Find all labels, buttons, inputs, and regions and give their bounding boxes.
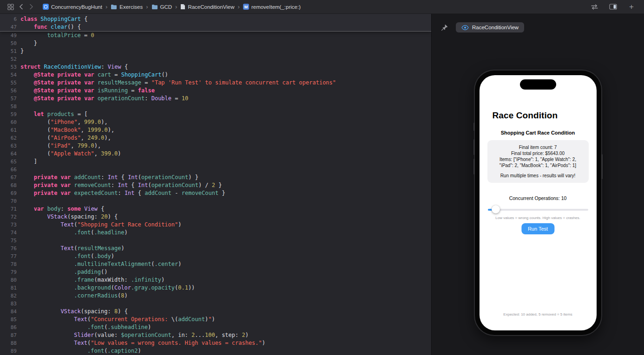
line-number[interactable]: 78	[0, 260, 17, 268]
code-review-icon[interactable]	[589, 2, 599, 12]
line-number[interactable]: 54	[0, 71, 17, 79]
code-line[interactable]: 52	[0, 55, 431, 63]
line-number[interactable]: 69	[0, 189, 17, 197]
code-line[interactable]: 6class ShoppingCart {	[0, 15, 431, 23]
code-line[interactable]: 66	[0, 166, 431, 174]
code-line[interactable]: 83	[0, 300, 431, 308]
line-number[interactable]: 80	[0, 276, 17, 284]
back-icon[interactable]	[16, 2, 26, 12]
line-number[interactable]: 72	[0, 213, 17, 221]
pin-icon[interactable]	[439, 22, 449, 32]
breadcrumb-item-removeitem-price[interactable]: MremoveItem(_:price:)	[243, 4, 301, 10]
line-number[interactable]: 87	[0, 331, 17, 339]
code-line[interactable]: 59let products = [	[0, 110, 431, 118]
line-number[interactable]: 64	[0, 150, 17, 158]
code-line[interactable]: 77.font(.body)	[0, 252, 431, 260]
code-line[interactable]: 80.frame(maxWidth: .infinity)	[0, 276, 431, 284]
line-number[interactable]: 58	[0, 103, 17, 110]
add-editor-icon[interactable]: +	[626, 2, 637, 12]
line-number[interactable]: 67	[0, 174, 17, 181]
line-number[interactable]: 63	[0, 142, 17, 150]
code-editor[interactable]: 6class ShoppingCart {47func clear() { 49…	[0, 14, 431, 355]
code-line[interactable]: 68private var removeCount: Int { Int(ope…	[0, 181, 431, 189]
breadcrumb-item-exercises[interactable]: Exercises	[111, 4, 143, 10]
line-number[interactable]: 50	[0, 39, 17, 47]
code-line[interactable]: 71var body: some View {	[0, 205, 431, 213]
code-line[interactable]: 79.padding()	[0, 268, 431, 276]
code-line[interactable]: 51}	[0, 47, 431, 55]
operations-slider[interactable]	[488, 205, 588, 213]
code-line[interactable]: 76Text(resultMessage)	[0, 245, 431, 252]
code-line[interactable]: 74.font(.headline)	[0, 229, 431, 237]
code-line[interactable]: 89.font(.caption2)	[0, 347, 431, 355]
code-line[interactable]: 82.cornerRadius(8)	[0, 292, 431, 300]
forward-icon[interactable]	[26, 2, 36, 12]
line-number[interactable]: 82	[0, 292, 17, 300]
breadcrumb-item-raceconditionview[interactable]: RaceConditionView	[180, 4, 234, 10]
line-number[interactable]: 75	[0, 237, 17, 245]
code-line[interactable]: 63("iPad", 799.0),	[0, 142, 431, 150]
breadcrumb-item-gcd[interactable]: GCD	[151, 4, 172, 10]
line-number[interactable]: 84	[0, 308, 17, 316]
preview-tab-raceconditionview[interactable]: RaceConditionView	[456, 22, 524, 32]
line-number[interactable]: 55	[0, 79, 17, 87]
code-line[interactable]: 70	[0, 197, 431, 205]
code-line[interactable]: 55@State private var resultMessage = "Ta…	[0, 79, 431, 87]
line-number[interactable]: 76	[0, 245, 17, 252]
code-line[interactable]: 86.font(.subheadline)	[0, 323, 431, 331]
line-number[interactable]: 81	[0, 284, 17, 292]
breadcrumb-item-concurrencybughunt[interactable]: ConcurrencyBugHunt	[43, 4, 102, 10]
line-number[interactable]: 66	[0, 166, 17, 174]
code-line[interactable]: 62("AirPods", 249.0),	[0, 134, 431, 142]
line-number[interactable]: 49	[0, 32, 17, 39]
code-line[interactable]: 53struct RaceConditionView: View {	[0, 63, 431, 71]
code-line[interactable]: 57@State private var operationCount: Dou…	[0, 95, 431, 103]
line-number[interactable]: 71	[0, 205, 17, 213]
line-number[interactable]: 57	[0, 95, 17, 103]
code-line[interactable]: 88Text("Low values = wrong counts. High …	[0, 339, 431, 347]
code-line[interactable]: 81.background(Color.gray.opacity(0.1))	[0, 284, 431, 292]
line-number[interactable]: 68	[0, 181, 17, 189]
code-line[interactable]: 78.multilineTextAlignment(.center)	[0, 260, 431, 268]
code-line[interactable]: 58	[0, 103, 431, 110]
line-number[interactable]: 56	[0, 87, 17, 95]
line-number[interactable]: 74	[0, 229, 17, 237]
editor-options-icon[interactable]	[608, 2, 618, 12]
line-number[interactable]: 60	[0, 118, 17, 126]
line-number[interactable]: 51	[0, 47, 17, 55]
code-line[interactable]: 65]	[0, 158, 431, 166]
line-number[interactable]: 47	[0, 23, 17, 31]
line-number[interactable]: 65	[0, 158, 17, 166]
slider-track[interactable]	[488, 209, 588, 211]
code-line[interactable]: 64("Apple Watch", 399.0)	[0, 150, 431, 158]
code-line[interactable]: 69private var expectedCount: Int { addCo…	[0, 189, 431, 197]
code-line[interactable]: 84VStack(spacing: 8) {	[0, 308, 431, 316]
code-lines[interactable]: 49totalPrice = 050}51}5253struct RaceCon…	[0, 32, 431, 355]
related-items-icon[interactable]	[6, 2, 16, 12]
run-test-button[interactable]: Run Test	[521, 223, 554, 234]
line-number[interactable]: 62	[0, 134, 17, 142]
line-number[interactable]: 89	[0, 347, 17, 355]
code-line[interactable]: 47func clear() {	[0, 23, 431, 31]
code-line[interactable]: 49totalPrice = 0	[0, 32, 431, 39]
line-number[interactable]: 70	[0, 197, 17, 205]
code-line[interactable]: 56@State private var isRunning = false	[0, 87, 431, 95]
slider-thumb[interactable]	[492, 205, 500, 213]
line-number[interactable]: 86	[0, 323, 17, 331]
code-line[interactable]: 50}	[0, 39, 431, 47]
code-line[interactable]: 85Text("Concurrent Operations: \(addCoun…	[0, 316, 431, 323]
line-number[interactable]: 73	[0, 221, 17, 229]
code-line[interactable]: 87Slider(value: $operationCount, in: 2..…	[0, 331, 431, 339]
line-number[interactable]: 77	[0, 252, 17, 260]
line-number[interactable]: 88	[0, 339, 17, 347]
line-number[interactable]: 83	[0, 300, 17, 308]
line-number[interactable]: 53	[0, 63, 17, 71]
code-line[interactable]: 75	[0, 237, 431, 245]
code-line[interactable]: 60("iPhone", 999.0),	[0, 118, 431, 126]
code-line[interactable]: 61("MacBook", 1999.0),	[0, 126, 431, 134]
line-number[interactable]: 59	[0, 110, 17, 118]
line-number[interactable]: 79	[0, 268, 17, 276]
line-number[interactable]: 52	[0, 55, 17, 63]
code-line[interactable]: 67private var addCount: Int { Int(operat…	[0, 174, 431, 181]
line-number[interactable]: 85	[0, 316, 17, 323]
